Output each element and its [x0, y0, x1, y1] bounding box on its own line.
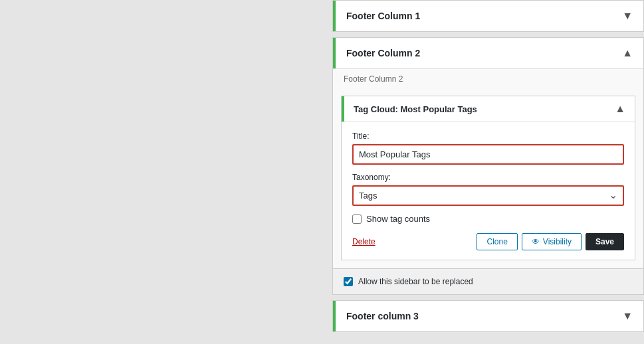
- footer-col3-title: Footer column 3: [346, 311, 419, 321]
- tag-cloud-widget-title: Tag Cloud: Most Popular Tags: [354, 104, 477, 114]
- taxonomy-label: Taxonomy:: [352, 173, 624, 182]
- title-input[interactable]: [352, 144, 624, 165]
- footer-col3-accordion: Footer column 3 ▼: [332, 300, 644, 332]
- tag-cloud-widget-header[interactable]: Tag Cloud: Most Popular Tags ▲: [342, 96, 635, 122]
- footer-col1-header[interactable]: Footer Column 1 ▼: [333, 1, 643, 31]
- sidebar-replace-label: Allow this sidebar to be replaced: [358, 277, 473, 286]
- footer-col3-arrow: ▼: [622, 310, 633, 322]
- widget-actions: Delete Clone 👁 Visibility Save: [352, 233, 624, 250]
- tag-cloud-widget-body: Title: Taxonomy: Tags Categories: [342, 122, 635, 260]
- taxonomy-select[interactable]: Tags Categories: [352, 185, 624, 206]
- show-tag-counts-row: Show tag counts: [352, 214, 624, 224]
- tag-cloud-widget: Tag Cloud: Most Popular Tags ▲ Title: Ta…: [341, 96, 635, 260]
- sidebar-replace-checkbox[interactable]: [344, 277, 353, 286]
- clone-button[interactable]: Clone: [477, 233, 517, 250]
- footer-col2-header[interactable]: Footer Column 2 ▲: [333, 38, 643, 68]
- footer-col1-arrow: ▼: [622, 10, 633, 22]
- footer-col2-accordion: Footer Column 2 ▲ Footer Column 2 Tag Cl…: [332, 37, 644, 295]
- footer-col1-accordion: Footer Column 1 ▼: [332, 0, 644, 32]
- sidebar-replace-row: Allow this sidebar to be replaced: [333, 268, 643, 294]
- show-tag-counts-checkbox[interactable]: [352, 215, 362, 224]
- tag-cloud-widget-arrow: ▲: [615, 103, 625, 115]
- taxonomy-field-group: Taxonomy: Tags Categories: [352, 173, 624, 206]
- footer-col2-arrow: ▲: [622, 47, 633, 59]
- footer-col3-header[interactable]: Footer column 3 ▼: [333, 301, 643, 331]
- visibility-label: Visibility: [543, 237, 572, 246]
- footer-col2-title: Footer Column 2: [346, 48, 420, 58]
- title-label: Title:: [352, 131, 624, 141]
- footer-col1-title: Footer Column 1: [346, 11, 420, 21]
- footer-col2-body: Footer Column 2 Tag Cloud: Most Popular …: [333, 68, 643, 294]
- eye-icon: 👁: [532, 237, 540, 246]
- action-buttons-group: Clone 👁 Visibility Save: [477, 233, 624, 250]
- title-field-group: Title:: [352, 131, 624, 165]
- taxonomy-select-wrapper: Tags Categories: [352, 185, 624, 206]
- footer-col2-subtitle: Footer Column 2: [333, 69, 643, 90]
- left-panel: [0, 0, 332, 344]
- right-panel: Footer Column 1 ▼ Footer Column 2 ▲ Foot…: [332, 0, 644, 344]
- show-tag-counts-label: Show tag counts: [366, 214, 430, 224]
- visibility-button[interactable]: 👁 Visibility: [522, 233, 582, 250]
- delete-button[interactable]: Delete: [352, 237, 376, 246]
- save-button[interactable]: Save: [586, 233, 624, 250]
